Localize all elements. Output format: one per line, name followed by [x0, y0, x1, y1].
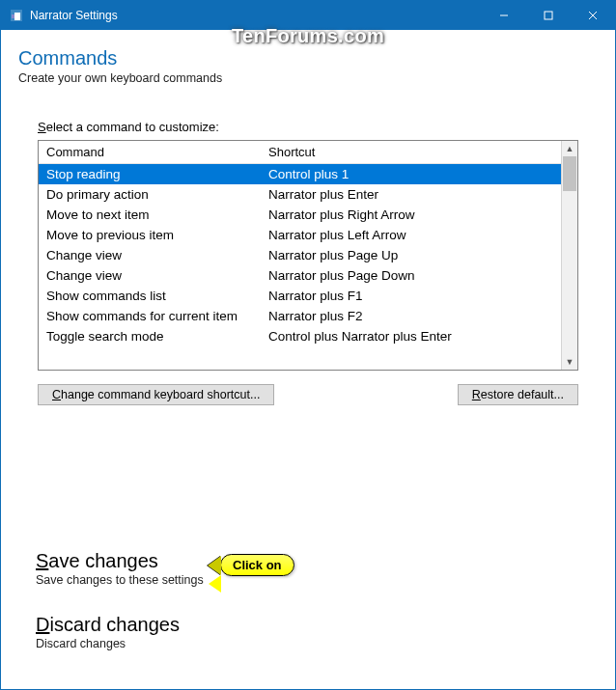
discard-changes-desc: Discard changes — [36, 637, 598, 650]
cell-command: Show commands list — [39, 288, 261, 304]
discard-changes-block: Discard changes Discard changes — [36, 614, 598, 650]
col-shortcut[interactable]: Shortcut — [261, 141, 561, 163]
table-row[interactable]: Stop readingControl plus 1 — [39, 164, 561, 184]
scroll-up-icon[interactable]: ▲ — [562, 141, 577, 156]
cell-command: Do primary action — [39, 186, 261, 203]
discard-changes-link[interactable]: Discard changes — [36, 614, 598, 636]
cell-command: Stop reading — [39, 166, 261, 182]
cell-command: Show commands for current item — [39, 308, 261, 324]
cell-shortcut: Narrator plus F2 — [261, 308, 561, 324]
restore-default-button[interactable]: Restore default... — [458, 384, 578, 405]
callout-annotation: Click on — [208, 554, 294, 576]
cell-shortcut: Control plus 1 — [261, 166, 561, 182]
page-subtitle: Create your own keyboard commands — [18, 71, 598, 85]
table-row[interactable]: Change viewNarrator plus Page Up — [39, 245, 561, 265]
cell-command: Change view — [39, 267, 261, 284]
window-title: Narrator Settings — [30, 9, 118, 22]
table-row[interactable]: Show commands for current itemNarrator p… — [39, 306, 561, 326]
scroll-thumb[interactable] — [563, 156, 576, 191]
cell-shortcut: Narrator plus F1 — [261, 288, 561, 304]
svg-rect-1 — [14, 13, 20, 20]
cell-command: Move to next item — [39, 207, 261, 223]
scrollbar[interactable]: ▲ ▼ — [561, 141, 577, 370]
titlebar: Narrator Settings — [1, 1, 615, 30]
commands-table[interactable]: Command Shortcut Stop readingControl plu… — [38, 140, 578, 371]
table-header: Command Shortcut — [39, 141, 561, 164]
page-title: Commands — [18, 47, 598, 69]
cell-shortcut: Narrator plus Right Arrow — [261, 207, 561, 223]
cell-command: Move to previous item — [39, 227, 261, 243]
save-changes-link[interactable]: Save changes — [36, 550, 598, 572]
maximize-button[interactable] — [526, 1, 571, 30]
scroll-down-icon[interactable]: ▼ — [562, 354, 577, 370]
change-shortcut-button[interactable]: Change command keyboard shortcut... — [38, 384, 274, 405]
cell-command: Change view — [39, 247, 261, 263]
table-row[interactable]: Toggle search modeControl plus Narrator … — [39, 326, 561, 346]
callout-text: Click on — [220, 554, 294, 576]
col-command[interactable]: Command — [39, 141, 261, 163]
minimize-button[interactable] — [482, 1, 526, 30]
app-icon — [9, 8, 24, 23]
cell-shortcut: Control plus Narrator plus Enter — [261, 328, 561, 345]
cell-shortcut: Narrator plus Page Down — [261, 267, 561, 284]
table-row[interactable]: Do primary actionNarrator plus Enter — [39, 184, 561, 205]
svg-rect-4 — [545, 12, 552, 19]
cell-shortcut: Narrator plus Page Up — [261, 247, 561, 263]
save-changes-block: Save changes Save changes to these setti… — [36, 550, 598, 587]
cell-command: Toggle search mode — [39, 328, 261, 345]
table-row[interactable]: Move to previous itemNarrator plus Left … — [39, 225, 561, 245]
section-label: Select a command to customize: — [38, 120, 598, 134]
cell-shortcut: Narrator plus Left Arrow — [261, 227, 561, 243]
table-row[interactable]: Move to next itemNarrator plus Right Arr… — [39, 205, 561, 225]
table-row[interactable]: Show commands listNarrator plus F1 — [39, 286, 561, 306]
close-button[interactable] — [571, 1, 615, 30]
svg-rect-2 — [12, 14, 14, 18]
table-row[interactable]: Change viewNarrator plus Page Down — [39, 265, 561, 286]
save-changes-desc: Save changes to these settings — [36, 573, 598, 587]
cell-shortcut: Narrator plus Enter — [261, 186, 561, 203]
